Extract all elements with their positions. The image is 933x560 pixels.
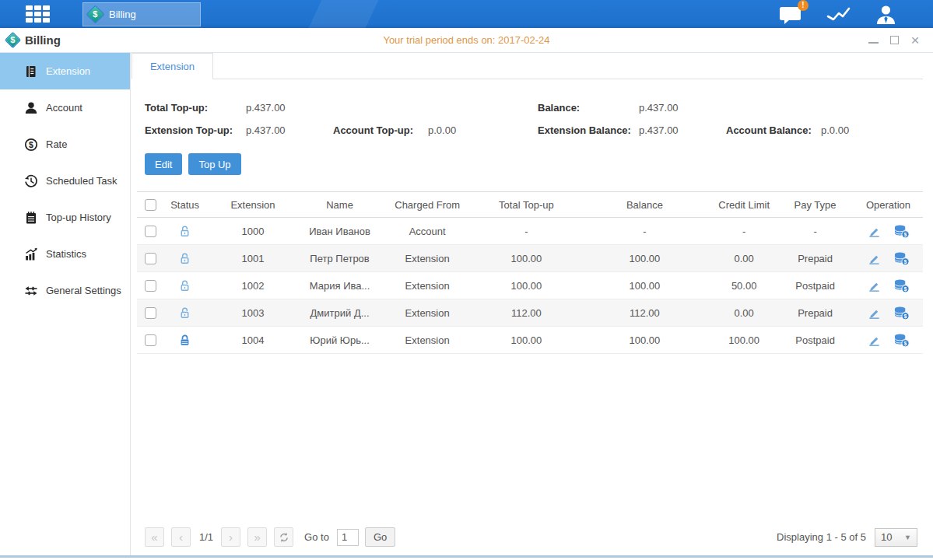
refresh-icon xyxy=(279,532,289,543)
col-pay-type: Pay Type xyxy=(777,192,854,218)
extension-topup-value: p.437.00 xyxy=(246,124,333,136)
sidebar-item-label: Account xyxy=(46,102,82,114)
edit-row-icon[interactable] xyxy=(867,251,882,266)
cell-pay-type: Prepaid xyxy=(777,299,854,327)
sidebar-item-label: Rate xyxy=(46,138,67,150)
svg-text:$: $ xyxy=(904,258,907,264)
table-row: 1000 Иван Иванов Account - - - - xyxy=(137,218,923,245)
last-page-button[interactable]: » xyxy=(247,527,267,547)
page-size-select[interactable]: 10 ▼ xyxy=(875,528,917,547)
sidebar-item-label: Extension xyxy=(46,65,90,77)
cell-charged-from: Extension xyxy=(380,272,475,299)
svg-text:$: $ xyxy=(904,231,907,237)
go-button[interactable]: Go xyxy=(365,527,395,547)
cell-total-topup: - xyxy=(475,218,577,245)
page-size-value: 10 xyxy=(881,531,892,543)
unlocked-status-icon[interactable] xyxy=(178,279,191,292)
sidebar-item-account[interactable]: Account xyxy=(0,89,130,126)
topup-row-icon[interactable]: $ xyxy=(893,251,910,266)
row-checkbox[interactable] xyxy=(145,307,156,319)
account-balance-value: p.0.00 xyxy=(821,124,923,136)
app-grid-icon[interactable] xyxy=(26,5,50,23)
first-page-button[interactable]: « xyxy=(145,527,164,547)
table-row: 1004 Юрий Юрь... Extension 100.00 100.00… xyxy=(137,327,923,354)
cell-credit-limit: 0.00 xyxy=(711,245,777,272)
taskbar: $ Billing ! xyxy=(0,0,933,28)
cell-name: Юрий Юрь... xyxy=(300,327,380,354)
general-settings-arrows-icon xyxy=(24,284,38,298)
account-person-icon xyxy=(24,101,38,115)
cell-name: Мария Ива... xyxy=(300,272,380,299)
cell-pay-type: - xyxy=(777,218,854,245)
cell-charged-from: Extension xyxy=(380,327,475,354)
page-indicator: 1/1 xyxy=(199,531,213,543)
sidebar-item-statistics[interactable]: Statistics xyxy=(0,236,130,272)
col-charged-from: Charged From xyxy=(380,192,475,218)
cell-extension: 1003 xyxy=(206,299,300,327)
messages-icon[interactable]: ! xyxy=(779,5,803,24)
cell-pay-type: Prepaid xyxy=(777,245,854,272)
row-checkbox[interactable] xyxy=(145,253,156,264)
sidebar-item-general-settings[interactable]: General Settings xyxy=(0,272,130,309)
unlocked-status-icon[interactable] xyxy=(178,306,191,320)
extension-balance-value: p.437.00 xyxy=(639,124,726,136)
sidebar-item-scheduled-task[interactable]: Scheduled Task xyxy=(0,163,130,199)
extension-topup-label: Extension Top-up: xyxy=(145,124,246,136)
refresh-button[interactable] xyxy=(274,527,293,547)
topup-row-icon[interactable]: $ xyxy=(893,306,910,320)
row-checkbox[interactable] xyxy=(145,226,156,237)
sidebar-item-extension[interactable]: Extension xyxy=(0,53,130,89)
cell-charged-from: Extension xyxy=(380,245,475,272)
unlocked-status-icon[interactable] xyxy=(178,225,191,238)
unlocked-status-icon[interactable] xyxy=(178,252,191,265)
row-checkbox[interactable] xyxy=(145,280,156,292)
topup-row-icon[interactable]: $ xyxy=(893,278,910,293)
statistics-chart-icon xyxy=(24,247,38,261)
user-account-icon[interactable] xyxy=(875,4,897,24)
edit-row-icon[interactable] xyxy=(867,224,882,239)
prev-page-button[interactable]: ‹ xyxy=(171,527,191,547)
select-all-checkbox[interactable] xyxy=(145,199,156,211)
row-checkbox[interactable] xyxy=(145,334,156,346)
tab-extension[interactable]: Extension xyxy=(132,53,213,79)
cell-total-topup: 100.00 xyxy=(475,272,577,299)
col-operation: Operation xyxy=(854,192,923,218)
taskbar-tab-billing[interactable]: $ Billing xyxy=(82,2,201,26)
sidebar-item-label: Scheduled Task xyxy=(46,175,118,187)
cell-credit-limit: 100.00 xyxy=(711,327,777,354)
svg-text:$: $ xyxy=(904,313,907,319)
topup-row-icon[interactable]: $ xyxy=(893,224,910,239)
extension-ledger-icon xyxy=(24,65,38,79)
extension-table: Status Extension Name Charged From Total… xyxy=(137,191,923,354)
table-header-row: Status Extension Name Charged From Total… xyxy=(137,192,923,218)
taskbar-tab-label: Billing xyxy=(109,9,136,20)
notification-badge: ! xyxy=(798,0,808,11)
sidebar-item-topup-history[interactable]: Top-up History xyxy=(0,199,130,236)
cell-charged-from: Extension xyxy=(380,299,475,327)
svg-text:$: $ xyxy=(29,139,33,149)
table-row: 1001 Петр Петров Extension 100.00 100.00… xyxy=(137,245,923,272)
top-up-button[interactable]: Top Up xyxy=(188,153,240,175)
goto-page-input[interactable] xyxy=(337,529,359,546)
sidebar-item-rate[interactable]: $ Rate xyxy=(0,126,130,163)
edit-button[interactable]: Edit xyxy=(145,153,182,175)
balance-summary: Total Top-up: p.437.00 Extension Top-up:… xyxy=(137,96,923,142)
close-button[interactable]: × xyxy=(910,35,921,46)
goto-label: Go to xyxy=(304,531,329,543)
locked-status-icon[interactable] xyxy=(178,334,191,347)
sidebar-item-label: General Settings xyxy=(46,285,121,296)
minimize-button[interactable] xyxy=(868,35,879,46)
cell-extension: 1001 xyxy=(206,245,300,272)
chevron-down-icon: ▼ xyxy=(904,534,911,541)
topup-row-icon[interactable]: $ xyxy=(893,333,910,348)
maximize-button[interactable] xyxy=(889,35,900,46)
edit-row-icon[interactable] xyxy=(867,306,882,320)
table-row: 1003 Дмитрий Д... Extension 112.00 112.0… xyxy=(137,299,923,327)
edit-row-icon[interactable] xyxy=(867,278,882,293)
account-balance-label: Account Balance: xyxy=(726,124,821,136)
edit-row-icon[interactable] xyxy=(867,333,882,348)
reports-chart-icon[interactable] xyxy=(826,5,851,23)
cell-pay-type: Postpaid xyxy=(777,272,854,299)
next-page-button[interactable]: › xyxy=(221,527,240,547)
col-balance: Balance xyxy=(578,192,712,218)
